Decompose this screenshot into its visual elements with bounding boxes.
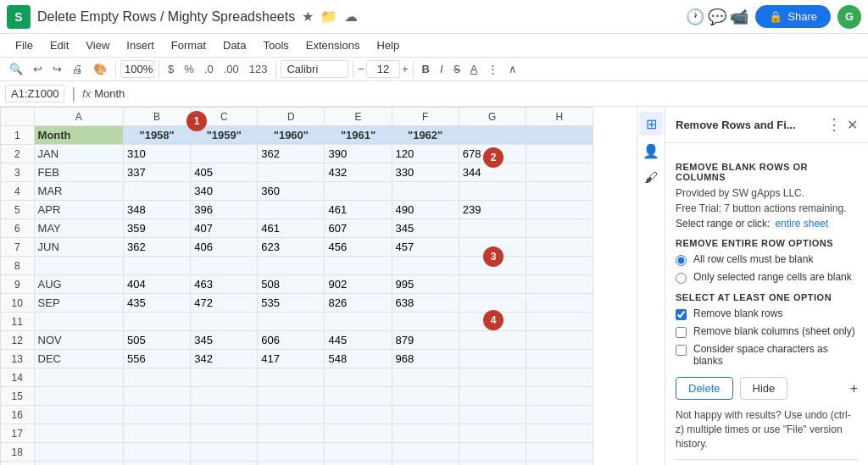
- cell[interactable]: 432: [325, 163, 392, 182]
- cell[interactable]: "1960": [258, 126, 325, 145]
- table-row[interactable]: 1Month"1958""1959""1960""1961""1962": [1, 126, 593, 145]
- cell[interactable]: SEP: [34, 294, 124, 313]
- cell[interactable]: 445: [325, 331, 392, 350]
- italic-button[interactable]: I: [436, 60, 448, 78]
- cell[interactable]: [459, 182, 526, 201]
- checkbox-remove-blank-cols[interactable]: Remove blank columns (sheet only): [676, 325, 858, 338]
- col-header-e[interactable]: E: [325, 108, 392, 126]
- cell[interactable]: [325, 182, 392, 201]
- cell[interactable]: APR: [34, 201, 124, 219]
- cell[interactable]: [191, 257, 258, 275]
- more-formats-button[interactable]: ⋮: [483, 60, 503, 78]
- history-icon[interactable]: 🕐: [686, 8, 704, 26]
- cell[interactable]: [526, 201, 593, 219]
- cell[interactable]: [459, 424, 526, 443]
- menu-extensions[interactable]: Extensions: [298, 36, 369, 55]
- table-row[interactable]: 19: [1, 462, 593, 466]
- checkbox-remove-blank-rows[interactable]: Remove blank rows: [676, 307, 858, 320]
- checkbox-remove-blank-rows-input[interactable]: [676, 309, 687, 320]
- cell[interactable]: [459, 294, 526, 313]
- font-size-increase[interactable]: +: [402, 63, 409, 75]
- cell[interactable]: [34, 462, 124, 466]
- search-button[interactable]: 🔍: [5, 60, 27, 78]
- radio-all-cells-input[interactable]: [676, 255, 687, 266]
- table-row[interactable]: 16: [1, 406, 593, 424]
- cell[interactable]: 461: [258, 219, 325, 238]
- cell[interactable]: [526, 163, 593, 182]
- cell[interactable]: 505: [124, 331, 191, 350]
- cell[interactable]: NOV: [34, 331, 124, 350]
- cell[interactable]: [258, 443, 325, 462]
- cell[interactable]: [526, 331, 593, 350]
- cell[interactable]: [191, 368, 258, 387]
- cell[interactable]: 535: [258, 294, 325, 313]
- cell[interactable]: [459, 331, 526, 350]
- cell[interactable]: 406: [191, 238, 258, 257]
- cell[interactable]: [459, 275, 526, 294]
- strikethrough-button[interactable]: S̶: [449, 60, 465, 78]
- cell[interactable]: [124, 387, 191, 406]
- cell[interactable]: 330: [392, 163, 459, 182]
- cell[interactable]: [459, 406, 526, 424]
- cell[interactable]: AUG: [34, 275, 124, 294]
- cell[interactable]: 345: [392, 219, 459, 238]
- table-row[interactable]: 7JUN362406623456457: [1, 238, 593, 257]
- cell[interactable]: [392, 257, 459, 275]
- table-row[interactable]: 14: [1, 368, 593, 387]
- checkbox-space-as-blanks[interactable]: Consider space characters as blanks: [676, 343, 858, 367]
- cell[interactable]: [191, 462, 258, 466]
- cell[interactable]: 457: [392, 238, 459, 257]
- cell[interactable]: [258, 462, 325, 466]
- cell[interactable]: [325, 257, 392, 275]
- cell[interactable]: 345: [191, 331, 258, 350]
- cell[interactable]: [34, 257, 124, 275]
- cell[interactable]: 461: [325, 201, 392, 219]
- percent-button[interactable]: %: [180, 60, 198, 78]
- cell[interactable]: [459, 126, 526, 145]
- col-header-f[interactable]: F: [392, 108, 459, 126]
- cell[interactable]: [526, 387, 593, 406]
- cell[interactable]: 337: [124, 163, 191, 182]
- cell[interactable]: [526, 462, 593, 466]
- cell[interactable]: [325, 406, 392, 424]
- video-icon[interactable]: 📹: [730, 8, 748, 26]
- cell[interactable]: [124, 406, 191, 424]
- cell[interactable]: [392, 387, 459, 406]
- cell[interactable]: 348: [124, 201, 191, 219]
- menu-data[interactable]: Data: [214, 36, 254, 55]
- cell[interactable]: 407: [191, 219, 258, 238]
- plus-icon[interactable]: +: [850, 381, 858, 396]
- table-row[interactable]: 18: [1, 443, 593, 462]
- cell[interactable]: [34, 368, 124, 387]
- col-header-a[interactable]: A: [34, 108, 124, 126]
- cell[interactable]: [124, 257, 191, 275]
- folder-icon[interactable]: 📁: [320, 8, 337, 25]
- cell[interactable]: 390: [325, 145, 392, 163]
- table-row[interactable]: 13DEC556342417548968: [1, 350, 593, 368]
- cell[interactable]: 360: [258, 182, 325, 201]
- menu-tools[interactable]: Tools: [254, 36, 297, 55]
- cell[interactable]: 310: [124, 145, 191, 163]
- cell[interactable]: [191, 145, 258, 163]
- cell[interactable]: [526, 238, 593, 257]
- table-row[interactable]: 9AUG404463508902995: [1, 275, 593, 294]
- cell[interactable]: [526, 126, 593, 145]
- cell[interactable]: [459, 462, 526, 466]
- cell[interactable]: 239: [459, 201, 526, 219]
- menu-edit[interactable]: Edit: [42, 36, 77, 55]
- menu-help[interactable]: Help: [368, 36, 408, 55]
- cell[interactable]: [325, 443, 392, 462]
- cell[interactable]: [526, 424, 593, 443]
- cell[interactable]: [526, 182, 593, 201]
- cell[interactable]: 490: [392, 201, 459, 219]
- sidebar-paint-icon[interactable]: 🖌: [639, 166, 663, 190]
- cell[interactable]: [325, 313, 392, 331]
- cell[interactable]: MAY: [34, 219, 124, 238]
- cell[interactable]: [124, 424, 191, 443]
- cell[interactable]: JUN: [34, 238, 124, 257]
- cell[interactable]: 472: [191, 294, 258, 313]
- cell[interactable]: Month: [34, 126, 124, 145]
- cell[interactable]: [258, 368, 325, 387]
- cell[interactable]: [459, 443, 526, 462]
- cell[interactable]: [325, 368, 392, 387]
